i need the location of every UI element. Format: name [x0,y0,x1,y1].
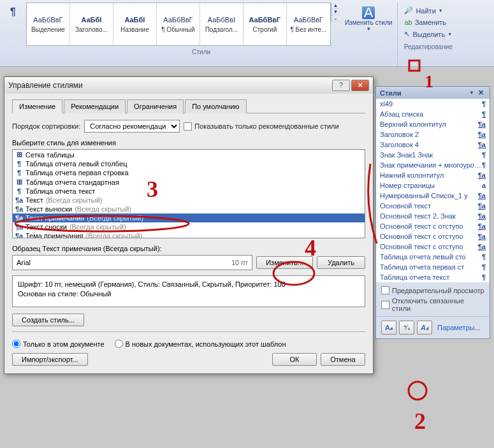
list-item[interactable]: ¶aТема примечания (Всегда скрытый) [13,231,365,238]
dialog-tab[interactable]: По умолчанию [185,99,246,113]
ribbon: ¶ АаБбВвГВыделениеАаБбIЗаголово...АаБбIН… [0,0,494,67]
recommended-only-checkbox[interactable]: Показывать только рекомендованные стили [184,122,338,131]
style-row[interactable]: Таблица отчета первая ст¶ [376,262,490,272]
sort-select[interactable]: Согласно рекомендации [84,120,180,133]
preview-checkbox[interactable]: Предварительный просмотр [381,286,484,294]
list-item[interactable]: ¶aТекст примечания (Всегда скрытый) [13,213,365,222]
list-item[interactable]: ¶Таблица отчета первая стровка [13,168,365,177]
find-button[interactable]: 🔎 Найти ▼ [402,5,454,16]
dialog-title-text: Управление стилями [8,81,83,90]
manage-styles-dialog: Управление стилями ? ✕ ИзменениеРекоменд… [4,76,374,374]
style-row[interactable]: Абзац списка¶ [376,109,490,119]
style-row[interactable]: Заголовок 2¶a [376,129,490,140]
dialog-tabs: ИзменениеРекомендацииОграниченияПо умолч… [12,99,365,113]
list-item[interactable]: ¶aТекст сноски (Всегда скрытый) [13,222,365,231]
sort-label: Порядок сортировки: [12,122,80,130]
styles-pane-list[interactable]: xl49¶Абзац списка¶Верхний колонтитул¶aЗа… [376,99,490,282]
disable-linked-checkbox[interactable]: Отключить связанные стили [381,297,484,312]
manage-styles-button[interactable]: A₄ [417,321,432,335]
style-row[interactable]: Таблица отчета левый сто¶ [376,252,490,262]
style-tile[interactable]: АаБбIЗаголово... [70,3,113,45]
change-styles-icon: A [362,6,375,19]
chevron-down-icon: ▼ [439,8,443,13]
style-row[interactable]: Заголовок 4¶a [376,140,490,150]
binoculars-icon: 🔎 [404,6,413,15]
dialog-tab[interactable]: Рекомендации [64,99,126,113]
close-button[interactable]: ✕ [351,80,369,91]
cursor-icon: ↖ [404,30,410,38]
style-row[interactable]: Нумерованный Список_1 у¶a [376,191,490,201]
style-gallery: АаБбВвГВыделениеАаБбIЗаголово...АаБбIНаз… [26,3,331,46]
styles-group-label: Стили [5,48,397,55]
style-description: Шрифт: 10 пт, немецкий (Германия), Стиль… [12,275,365,307]
style-row[interactable]: Знак примечания + многоуровневый, Слева:… [376,160,490,170]
select-button[interactable]: ↖ Выделить ▼ [402,29,454,40]
chevron-down-icon: ▼ [366,26,371,32]
style-tile[interactable]: АаБбВвГВыделение [27,3,70,45]
ok-button[interactable]: ОК [272,353,317,366]
dialog-tab[interactable]: Изменение [12,99,62,113]
svg-point-3 [409,382,426,400]
style-row[interactable]: Основной текст с отступо¶a [376,221,490,231]
styles-pane-titlebar[interactable]: Стили ▼ ✕ [376,87,490,99]
gallery-more-icon[interactable]: ⌄ [331,15,340,22]
style-tile[interactable]: АаБбВвГ¶ Без инте... [287,3,330,45]
import-export-button[interactable]: Импорт/экспорт... [12,353,88,366]
create-style-button[interactable]: Создать стиль... [12,314,84,326]
help-button[interactable]: ? [332,80,350,91]
pane-close-icon[interactable]: ✕ [476,89,486,97]
style-row[interactable]: Основной текст¶a [376,201,490,211]
sample-label: Образец Текст примечания (Всегда скрытый… [12,245,365,252]
style-tile[interactable]: АаБбВвIПодзагол... [200,3,243,45]
params-link[interactable]: Параметры... [437,324,481,331]
gallery-scroll: ▲ ▼ ⌄ [331,3,340,22]
list-item[interactable]: ⊞Таблица отчета стандартная [13,177,365,187]
list-item[interactable]: ¶Таблица отчета текст [13,187,365,196]
style-row[interactable]: xl49¶ [376,99,490,109]
modify-button[interactable]: Изменить... [256,256,313,269]
gallery-up-icon[interactable]: ▲ [331,3,340,9]
style-row[interactable]: Основной текст с отступо¶a [376,231,490,242]
list-item[interactable]: ⊞Сетка таблицы [13,150,365,159]
replace-icon: ab [404,18,412,26]
style-row[interactable]: Знак Знак1 Знак¶ [376,150,490,160]
styles-group: ¶ АаБбВвГВыделениеАаБбIЗаголово...АаБбIН… [5,3,397,66]
editing-group-label: Редактирование [402,43,454,50]
style-tile[interactable]: АаБбВвГСтрогий [243,3,287,45]
dialog-titlebar[interactable]: Управление стилями ? ✕ [4,77,373,94]
style-row[interactable]: Основной текст 2, Знак¶a [376,211,490,221]
pane-menu-icon[interactable]: ▼ [467,90,476,96]
only-this-doc-radio[interactable]: Только в этом документе [12,340,105,348]
style-listbox[interactable]: ⊞Сетка таблицы¶Таблица отчета левый стол… [12,149,365,238]
chevron-down-icon: ▼ [447,32,452,36]
style-row[interactable]: Таблица отчета текст¶ [376,272,490,282]
change-styles-button[interactable]: A Изменить стили ▼ [340,3,397,36]
cancel-button[interactable]: Отмена [321,353,365,366]
change-styles-label: Изменить стили [345,19,392,26]
styles-pane-title-text: Стили [380,89,402,97]
list-item[interactable]: ¶aТекст выноски (Всегда скрытый) [13,205,365,213]
paragraph-marks-icon[interactable]: ¶ [10,6,16,18]
new-style-button[interactable]: A₄ [381,321,396,335]
dialog-tab[interactable]: Ограничения [127,99,184,113]
gallery-down-icon[interactable]: ▼ [331,9,340,15]
editing-group: 🔎 Найти ▼ ab Заменить ↖ Выделить ▼ Редак… [397,3,458,66]
style-row[interactable]: Основной текст с отступо¶a [376,242,490,252]
delete-button[interactable]: Удалить [317,256,365,269]
style-row[interactable]: Верхний колонтитул¶a [376,119,490,129]
list-item[interactable]: ¶aТекст (Всегда скрытый) [13,196,365,205]
sample-preview: Arial 10 пт [12,255,252,270]
style-row[interactable]: Нижний колонтитул¶a [376,170,490,180]
new-docs-radio[interactable]: В новых документах, использующих этот ша… [115,340,286,348]
style-tile[interactable]: АаБбВвГ¶ Обычный [157,3,200,45]
style-row[interactable]: Номер страницыa [376,180,490,191]
replace-button[interactable]: ab Заменить [402,17,454,27]
list-item[interactable]: ¶Таблица отчета левый столбец [13,159,365,168]
styles-task-pane: Стили ▼ ✕ xl49¶Абзац списка¶Верхний коло… [375,86,490,339]
style-tile[interactable]: АаБбIНазвание [113,3,157,45]
style-inspector-button[interactable]: ⁴⁄₄ [399,321,414,335]
choose-style-label: Выберите стиль для изменения [12,139,365,147]
